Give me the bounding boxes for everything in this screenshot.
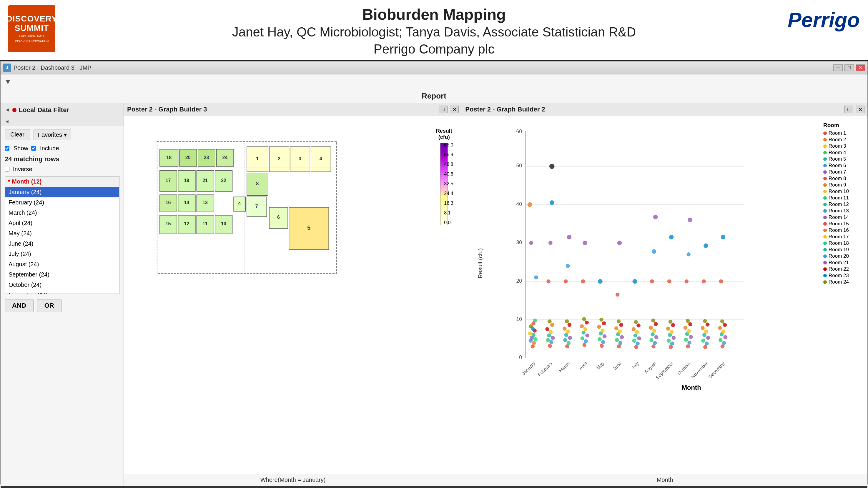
svg-text:10: 10 — [221, 221, 226, 226]
svg-point-95 — [548, 344, 552, 348]
svg-point-140 — [617, 345, 621, 349]
svg-point-216 — [719, 280, 723, 284]
month-list-item[interactable]: February (24) — [5, 197, 119, 208]
month-list-item[interactable]: July (24) — [5, 249, 119, 259]
room-legend-item: Room 19 — [823, 247, 865, 253]
svg-point-131 — [601, 340, 605, 344]
and-button[interactable]: AND — [5, 299, 34, 312]
toolbar: ▼ — [1, 74, 867, 89]
svg-point-175 — [667, 338, 671, 343]
collapse-arrow-icon[interactable]: ◄ — [5, 107, 10, 113]
maximize-button[interactable]: □ — [844, 64, 854, 71]
svg-text:March: March — [558, 361, 571, 373]
svg-text:16: 16 — [166, 200, 171, 205]
minimize-button[interactable]: ─ — [833, 64, 843, 71]
window-title: Poster 2 - Dashboard 3 - JMP — [13, 64, 92, 71]
svg-point-142 — [615, 338, 619, 342]
room-legend-item: Room 4 — [823, 150, 865, 156]
room-color-dot — [823, 138, 827, 141]
svg-point-132 — [598, 337, 602, 341]
show-checkbox[interactable] — [5, 146, 9, 151]
svg-text:2: 2 — [278, 156, 280, 161]
room-legend-item: Room 22 — [823, 266, 865, 272]
month-list-item[interactable]: June (24) — [5, 238, 119, 249]
graph-builder-3: Poster 2 - Graph Builder 3 □ ✕ Result (c… — [124, 103, 462, 486]
month-list-item[interactable]: August (24) — [5, 259, 119, 269]
svg-point-176 — [672, 336, 676, 340]
month-list-item[interactable]: November (24) — [5, 290, 119, 294]
svg-point-155 — [633, 333, 638, 337]
graph3-controls: □ ✕ — [439, 106, 459, 113]
svg-point-210 — [723, 335, 727, 339]
svg-point-171 — [652, 249, 656, 254]
graph-builder-2: Poster 2 - Graph Builder 2 □ ✕ Result (c… — [462, 103, 867, 486]
scatter-plot-svg: 0 10 20 30 40 50 — [498, 122, 806, 381]
svg-point-187 — [689, 335, 693, 339]
close-button[interactable]: ✕ — [856, 64, 865, 71]
svg-point-92 — [534, 275, 538, 280]
svg-point-186 — [684, 338, 688, 342]
include-checkbox[interactable] — [31, 146, 36, 151]
graph2-title: Poster 2 - Graph Builder 2 — [465, 106, 545, 113]
svg-point-215 — [720, 320, 724, 324]
room-label: Room 15 — [829, 221, 849, 227]
graph2-restore-button[interactable]: □ — [844, 106, 853, 113]
svg-point-130 — [600, 344, 604, 348]
svg-text:13: 13 — [203, 200, 208, 205]
svg-point-126 — [585, 320, 589, 324]
color-legend: Result (cfu) 65.0 56.9 48.8 40.6 32.5 24… — [432, 128, 456, 237]
clear-button[interactable]: Clear — [5, 129, 30, 140]
page-header: DISCOVERY SUMMIT EXPLORING DATA INSPIRIN… — [0, 0, 868, 61]
month-list-item[interactable]: January (24) — [5, 187, 119, 197]
month-list-item[interactable]: September (24) — [5, 269, 119, 280]
graph2-close-button[interactable]: ✕ — [856, 106, 865, 113]
filter-list[interactable]: * Month (12) January (24)February (24)Ma… — [5, 176, 120, 294]
legend-title: Result (cfu) — [432, 128, 456, 140]
svg-text:April: April — [578, 361, 588, 371]
main-title: Bioburden Mapping — [3, 5, 865, 24]
svg-point-122 — [585, 333, 589, 337]
graph3-title-bar: Poster 2 - Graph Builder 3 □ ✕ — [124, 103, 462, 116]
svg-point-201 — [704, 329, 708, 333]
room-color-dot — [823, 190, 827, 193]
svg-point-138 — [599, 318, 603, 322]
svg-point-123 — [582, 331, 586, 335]
favorites-button[interactable]: Favorites ▾ — [34, 129, 71, 140]
room-label: Room 7 — [829, 169, 846, 175]
graph3-close-button[interactable]: ✕ — [450, 106, 459, 113]
sub-collapse-icon[interactable]: ◄ — [5, 119, 9, 124]
or-button[interactable]: OR — [37, 299, 62, 312]
month-list-item[interactable]: October (24) — [5, 280, 119, 290]
show-label: Show — [13, 145, 28, 152]
month-list-item[interactable]: March (24) — [5, 208, 119, 218]
room-legend-title: Room — [823, 122, 865, 129]
room-label: Room 13 — [829, 208, 849, 214]
room-color-dot — [823, 255, 827, 258]
legend-val-3: 48.8 — [444, 162, 459, 167]
month-list-item[interactable]: May (24) — [5, 228, 119, 238]
svg-text:9: 9 — [238, 201, 241, 206]
toolbar-arrow[interactable]: ▼ — [4, 77, 12, 86]
svg-point-159 — [634, 320, 638, 324]
svg-point-190 — [683, 326, 688, 330]
svg-point-164 — [654, 335, 658, 339]
floor-plan-area: Result (cfu) 65.0 56.9 48.8 40.6 32.5 24… — [124, 116, 462, 334]
svg-point-184 — [686, 345, 690, 349]
svg-text:40: 40 — [517, 201, 522, 207]
svg-point-128 — [581, 280, 585, 284]
month-list-item[interactable]: April (24) — [5, 218, 119, 228]
svg-point-198 — [701, 338, 705, 343]
graph3-restore-button[interactable]: □ — [439, 106, 447, 113]
svg-text:5: 5 — [307, 224, 310, 231]
room-color-dot — [823, 209, 827, 213]
svg-point-113 — [563, 326, 567, 331]
svg-point-200 — [702, 333, 707, 337]
svg-point-112 — [566, 329, 570, 333]
app-icon: J — [3, 64, 11, 72]
discovery-text: DISCOVERY — [6, 14, 57, 24]
inverse-checkbox[interactable] — [5, 167, 9, 171]
svg-point-108 — [567, 341, 571, 345]
include-label: Include — [40, 145, 59, 152]
svg-point-206 — [704, 243, 708, 248]
room-legend-item: Room 16 — [823, 227, 865, 233]
